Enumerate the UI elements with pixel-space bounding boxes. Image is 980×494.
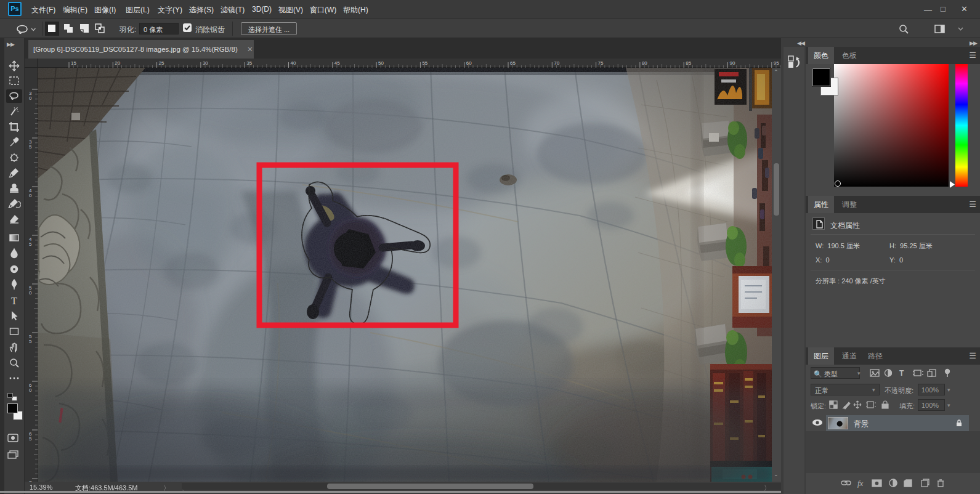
svg-text:65: 65 [510, 60, 516, 66]
svg-text:5: 5 [29, 436, 32, 442]
svg-text:35: 35 [246, 60, 252, 66]
svg-text:45: 45 [334, 60, 340, 66]
svg-text:T: T [899, 369, 904, 378]
svg-text:25: 25 [159, 60, 164, 66]
svg-text:95: 95 [774, 60, 779, 66]
svg-text:60: 60 [466, 60, 472, 66]
svg-text:5: 5 [29, 144, 32, 150]
svg-text:0: 0 [29, 193, 32, 198]
svg-text:50: 50 [378, 60, 384, 66]
svg-text:85: 85 [686, 60, 691, 66]
svg-text:20: 20 [115, 60, 120, 66]
svg-text:30: 30 [203, 60, 208, 66]
svg-text:15: 15 [71, 60, 76, 66]
svg-text:0: 0 [29, 95, 32, 101]
svg-text:80: 80 [642, 60, 647, 66]
svg-text:75: 75 [598, 60, 604, 66]
svg-text:5: 5 [29, 241, 32, 247]
svg-text:0: 0 [29, 387, 32, 393]
svg-text:70: 70 [554, 60, 559, 66]
svg-text:0: 0 [29, 290, 32, 296]
svg-text:5: 5 [29, 339, 32, 344]
svg-text:55: 55 [422, 60, 427, 66]
svg-text:90: 90 [730, 60, 735, 66]
svg-text:40: 40 [291, 60, 296, 66]
svg-text:T: T [11, 296, 17, 306]
svg-text:fx: fx [857, 479, 864, 488]
